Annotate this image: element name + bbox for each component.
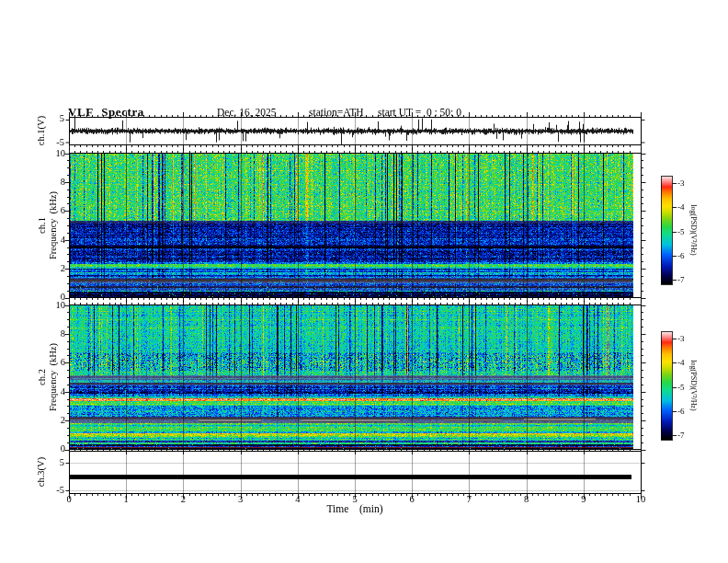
colorbar1-tick-label: -5 [677,227,685,236]
colorbar2-tick-label: -5 [677,383,685,391]
spec2-y-tick-label: 8 [61,329,65,339]
ch3-y-tick-label: -5 [56,486,64,496]
colorbar2-tick-label: -3 [677,335,685,343]
spec1-y-tick-label: 4 [61,235,65,245]
x-tick-label: 9 [581,495,586,505]
colorbar2-tick-label: -4 [677,359,685,367]
colorbar2-tick-label: -6 [677,407,685,415]
spec2-y-tick-label: 4 [61,386,65,396]
wave-y-tick-label: 5 [60,114,64,124]
colorbar2-tick-label: -7 [677,431,685,440]
spec2-y-tick-label: 6 [61,358,65,368]
x-tick-label: 5 [352,495,357,505]
spec1-y-tick-label: 2 [61,264,65,274]
start-ut-label: start UT = 0 : 50: 0 [378,108,461,119]
ch1-spectrogram-canvas [70,154,633,297]
vlf-spectra-figure: VLF Spectra Dec. 16, 2025 station=ATH st… [0,0,728,563]
spec1-channel-label: ch.1 [38,217,48,234]
spec1-y-tick-label: 6 [61,206,65,216]
colorbar1-tick-label: -4 [677,203,685,212]
x-tick-label: 7 [467,495,472,505]
colorbar1-units-label: log(PSD)(V²/Hz) [689,204,697,255]
ch1-voltage-axis-label: ch.1(V) [37,116,47,145]
spec2-y-tick-label: 2 [61,416,65,426]
x-tick-label: 4 [295,495,300,505]
x-tick-label: 1 [124,495,129,505]
ch2-spectrogram-canvas [70,305,633,449]
colorbar2-units-label: log(PSD)(V²/Hz) [689,360,697,410]
ch3-y-tick-label: 5 [60,458,64,468]
x-tick-label: 0 [66,495,71,505]
ch1-waveform-canvas [70,118,633,144]
date-label: Dec. 16, 2025 [217,108,277,119]
colorbar1-tick-label: -3 [677,179,685,188]
x-tick-label: 8 [524,495,529,505]
x-tick-label: 3 [238,495,243,505]
spec2-y-tick-label: 0 [61,444,65,454]
spec1-y-tick-label: 8 [61,178,65,188]
wave-y-tick-label: -5 [56,137,64,147]
colorbar1-tick-label: -6 [677,251,685,259]
x-tick-label: 10 [636,495,646,505]
x-tick-label: 2 [181,495,186,505]
spec2-y-tick-label: 10 [56,300,66,310]
x-tick-label: 6 [410,495,415,505]
time-axis-label: Time (min) [326,504,382,515]
spec2-channel-label: ch.2 [38,369,48,385]
station-label: station=ATH [309,108,364,119]
spec1-frequency-axis-label: Frequency (kHz) [49,191,59,259]
ch3-voltage-axis-label: ch.3(V) [37,457,47,487]
spec2-frequency-axis-label: Frequency (kHz) [49,343,59,411]
colorbar1-tick-label: -7 [677,276,685,284]
spec1-y-tick-label: 10 [56,148,66,158]
figure-title: VLF Spectra [68,106,144,118]
